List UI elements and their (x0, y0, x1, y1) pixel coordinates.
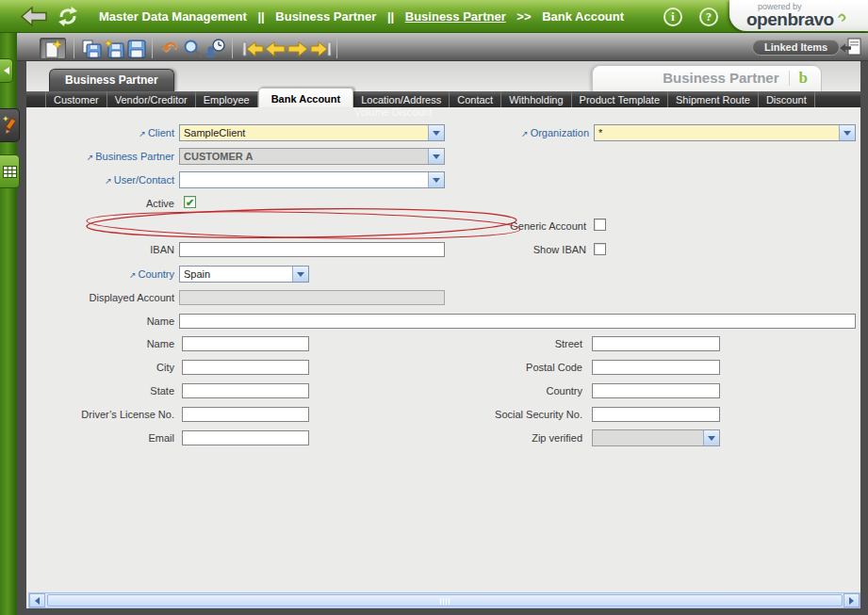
show-iban-checkbox[interactable] (594, 243, 606, 255)
sidebar-edit-view-tab[interactable] (0, 108, 20, 142)
breadcrumb-current-tab: Bank Account (542, 9, 624, 24)
chevron-down-icon[interactable] (428, 125, 444, 140)
link-icon: ↗ (129, 270, 137, 280)
breadcrumb-parent-tab-link[interactable]: Business Partner (405, 9, 506, 24)
business-partner-label[interactable]: ↗Business Partner (57, 151, 174, 164)
first-record-button[interactable] (241, 38, 264, 59)
business-partner-select[interactable]: CUSTOMER A (179, 148, 445, 165)
openbravo-window: Master Data Management || Business Partn… (0, 0, 868, 615)
user-contact-select[interactable] (179, 171, 445, 188)
social-security-input[interactable] (592, 407, 720, 422)
street-input[interactable] (592, 336, 720, 351)
openbravo-logo: powered by openbravo (729, 0, 868, 31)
save-next-button[interactable] (103, 38, 125, 59)
zip-verified-label: Zip verified (452, 432, 582, 445)
client-label[interactable]: ↗Client (57, 127, 174, 140)
chevron-down-icon[interactable] (428, 149, 444, 164)
toolbar-separator (152, 39, 153, 58)
brand-text: openbravo (746, 9, 834, 29)
help-icon[interactable]: ? (699, 8, 718, 26)
sidebar-collapse-button[interactable] (0, 58, 13, 83)
generic-account-checkbox[interactable] (594, 218, 606, 231)
scrollbar-thumb[interactable] (47, 594, 843, 607)
toolbar-separator (232, 39, 233, 58)
active-checkbox[interactable]: ✔ (184, 196, 196, 208)
new-record-button[interactable] (40, 38, 66, 59)
tab-shipment-route[interactable]: Shipment Route (668, 91, 759, 107)
postal-code-input[interactable] (592, 360, 720, 375)
chevron-down-icon[interactable] (839, 125, 855, 140)
country-label[interactable]: ↗Country (57, 268, 174, 282)
back-icon[interactable] (21, 7, 47, 26)
toolbar-separator (74, 39, 74, 58)
link-icon: ↗ (105, 176, 112, 186)
organization-label[interactable]: ↗Organization (452, 127, 589, 140)
tab-customer[interactable]: Customer (45, 91, 107, 107)
window-tab-business-partner[interactable]: Business Partner (49, 69, 174, 91)
linked-items-button[interactable]: Linked Items (752, 40, 840, 56)
active-label: Active (57, 198, 174, 211)
horizontal-scrollbar[interactable] (28, 592, 860, 608)
chevron-left-icon (4, 67, 9, 74)
drivers-license-input[interactable] (182, 407, 309, 422)
last-record-button[interactable] (309, 38, 332, 59)
chevron-down-icon[interactable] (428, 172, 444, 187)
tab-discount[interactable]: Discount (759, 91, 815, 107)
street-label: Street (452, 338, 582, 351)
name-input[interactable] (182, 336, 309, 351)
tab-location-address[interactable]: Location/Address (353, 91, 450, 107)
save-button[interactable] (125, 38, 148, 59)
tab-withholding[interactable]: Withholding (501, 91, 571, 107)
iban-input[interactable] (179, 242, 445, 257)
window-frame (860, 61, 868, 608)
displayed-account-input (179, 290, 445, 305)
info-icon[interactable]: i (663, 8, 682, 26)
displayed-account-label: Displayed Account (28, 292, 174, 305)
audit-history-icon[interactable] (204, 38, 226, 59)
search-icon[interactable] (181, 38, 204, 59)
next-record-button[interactable] (287, 38, 309, 59)
postal-code-label: Postal Code (452, 362, 582, 375)
state-label: State (57, 385, 174, 398)
window-title-tab: Business Partner b (592, 65, 822, 91)
brand-swoosh-icon (836, 12, 846, 23)
user-contact-label[interactable]: ↗User/Contact (57, 174, 174, 187)
state-input[interactable] (182, 383, 309, 398)
breadcrumb-separator: || (387, 9, 394, 24)
tab-bank-account[interactable]: Bank Account (258, 88, 354, 107)
email-label: Email (57, 432, 174, 445)
organization-select[interactable]: * (594, 124, 856, 141)
country-select[interactable]: Spain (179, 266, 309, 283)
window-frame (17, 608, 868, 615)
breadcrumb-separator: >> (516, 9, 531, 24)
city-input[interactable] (182, 360, 309, 375)
chevron-down-icon (703, 430, 719, 445)
breadcrumb: Master Data Management || Business Partn… (95, 9, 628, 24)
name-long-input[interactable] (179, 314, 856, 329)
sidebar-grid-view-tab[interactable] (0, 154, 20, 188)
chevron-down-icon[interactable] (292, 267, 308, 282)
grid-icon (3, 166, 17, 178)
linked-items-icon[interactable] (838, 37, 862, 59)
tab-product-template[interactable]: Product Template (572, 91, 668, 107)
check-icon: ✔ (186, 197, 194, 208)
email-input[interactable] (182, 430, 309, 445)
refresh-icon[interactable] (57, 6, 79, 27)
window-frame (17, 61, 26, 615)
previous-record-button[interactable] (264, 38, 287, 59)
country-text-label: Country (452, 385, 582, 398)
undo-icon[interactable]: ↶ (158, 38, 181, 59)
link-icon: ↗ (139, 129, 146, 138)
tab-employee[interactable]: Employee (196, 91, 258, 107)
form-canvas (26, 61, 860, 608)
social-security-label: Social Security No. (424, 409, 582, 422)
tab-vendor-creditor[interactable]: Vendor/Creditor (107, 91, 196, 107)
save-new-button[interactable] (80, 38, 103, 59)
window-title: Business Partner (663, 70, 778, 86)
client-select[interactable]: SampleClient (179, 124, 445, 141)
country-text-input[interactable] (592, 383, 720, 398)
scroll-left-button[interactable] (29, 593, 45, 607)
pencil-icon (2, 116, 18, 135)
tab-contact[interactable]: Contact (450, 91, 501, 107)
scroll-right-button[interactable] (843, 593, 860, 607)
